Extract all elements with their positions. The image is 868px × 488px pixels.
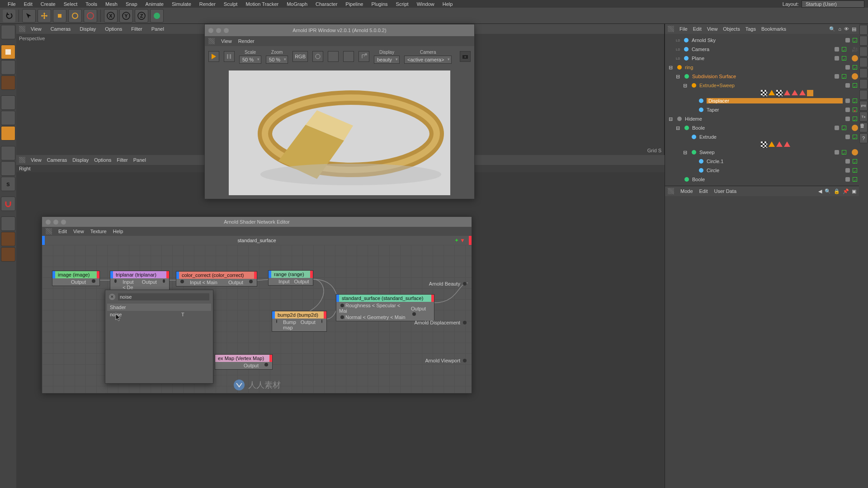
menu-mograph[interactable]: MoGraph <box>283 1 311 7</box>
ipr-render-area[interactable] <box>205 67 474 199</box>
tag-icon[interactable] <box>852 73 858 80</box>
om-menu-file[interactable]: File <box>679 26 688 32</box>
tag-tri-o-icon[interactable] <box>769 90 775 95</box>
tree-row[interactable]: L0Camera🎥 <box>666 45 858 54</box>
vp2-menu-cameras[interactable]: Cameras <box>47 157 67 163</box>
tree-row[interactable]: ⊟Subdivision Surface <box>666 72 858 81</box>
search-close-button[interactable]: ✕ <box>109 294 115 300</box>
rs-btn-2[interactable] <box>859 36 868 46</box>
axis-x-button[interactable]: X <box>104 9 118 23</box>
tag-tri-r-icon[interactable] <box>799 90 806 95</box>
attr-max-icon[interactable]: ▣ <box>852 188 856 194</box>
layout-dropdown[interactable]: Startup (User) <box>802 0 864 8</box>
tree-row[interactable]: ⊟Hideme <box>666 114 858 123</box>
tab-nav-icons[interactable]: ✦▼ <box>454 237 465 244</box>
object-tree[interactable]: L0Arnold Sky L0Camera🎥 L0Plane⊟ring⊟Subd… <box>665 34 859 186</box>
tag-tri-r-icon[interactable] <box>784 90 790 95</box>
menu-pipeline[interactable]: Pipeline <box>341 1 367 7</box>
rs-btn-7[interactable] <box>859 90 868 100</box>
search-result-noise[interactable]: noise T <box>107 311 211 318</box>
ipr-zoom-dropdown[interactable]: 50 % <box>266 56 288 64</box>
ipr-crop-button[interactable] <box>328 51 339 62</box>
vp1-menu-display[interactable]: Display <box>76 26 99 32</box>
grip-icon[interactable] <box>19 157 25 163</box>
expand-icon[interactable]: ⊟ <box>683 150 689 155</box>
tag-checker-icon[interactable] <box>761 141 767 148</box>
tag-icon[interactable] <box>852 55 858 61</box>
shader-tab-bar[interactable]: standard_surface ✦▼ <box>42 236 472 245</box>
ipr-open-button[interactable] <box>359 51 369 62</box>
menu-edit[interactable]: Edit <box>20 1 37 7</box>
visibility-dots[interactable] <box>844 82 858 89</box>
tree-row[interactable]: Boole <box>666 175 858 184</box>
tag-tri-r-icon[interactable] <box>776 141 783 147</box>
rotate-tool[interactable] <box>68 9 82 23</box>
vp1-menu-options[interactable]: Options <box>101 26 126 32</box>
om-search-icon[interactable]: 🔍 <box>829 26 835 32</box>
point-mode-button[interactable] <box>1 95 15 110</box>
visibility-dots[interactable] <box>834 125 847 131</box>
visibility-dots[interactable] <box>844 167 858 174</box>
node-triplanar[interactable]: triplanar (triplanar) Input < DeOutput <box>110 271 170 291</box>
axis-z-button[interactable]: Z <box>135 9 148 23</box>
visibility-dots[interactable] <box>834 73 847 80</box>
rs-btn-ipr[interactable]: IPR <box>859 101 868 111</box>
menu-motion-tracker[interactable]: Motion Tracker <box>241 1 283 7</box>
vp1-menu-cameras[interactable]: Cameras <box>47 26 75 32</box>
attr-pin-icon[interactable]: 📌 <box>843 188 849 194</box>
node-range[interactable]: range (range) InputOutput <box>268 270 313 286</box>
om-menu-view[interactable]: View <box>707 26 718 32</box>
vp1-menu-filter[interactable]: Filter <box>127 26 146 32</box>
menu-script[interactable]: Script <box>392 1 413 7</box>
om-eye-icon[interactable]: 👁 <box>844 26 849 32</box>
visibility-dots[interactable] <box>844 98 858 104</box>
expand-icon[interactable]: ⊟ <box>676 74 681 80</box>
she-menu-view[interactable]: View <box>73 229 84 234</box>
shader-editor-titlebar[interactable]: Arnold Shader Network Editor <box>42 217 472 227</box>
vp1-menu-panel[interactable]: Panel <box>148 26 168 32</box>
attr-menu-edit[interactable]: Edit <box>699 188 708 194</box>
attr-lock-icon[interactable]: 🔒 <box>834 188 840 194</box>
vp2-menu-display[interactable]: Display <box>72 157 89 163</box>
tag-tri-o-icon[interactable] <box>769 141 775 147</box>
tree-row[interactable]: ⊟Boole <box>666 123 858 132</box>
node-search-input[interactable] <box>118 293 209 300</box>
move-tool[interactable] <box>38 9 51 23</box>
output-displacement-label[interactable]: Arnold Displacement <box>414 320 468 325</box>
menu-help[interactable]: Help <box>439 1 457 7</box>
tag-icon[interactable] <box>852 149 858 155</box>
snap-button[interactable]: S <box>1 177 15 191</box>
grip-icon[interactable] <box>668 188 674 194</box>
tree-row[interactable]: ⊟Sweep <box>666 148 858 157</box>
edge-mode-button[interactable] <box>1 111 15 125</box>
rs-btn-1[interactable] <box>859 25 868 35</box>
tree-row[interactable]: ⊟Extrude+Sweep <box>666 81 858 90</box>
visibility-dots[interactable] <box>844 176 858 183</box>
tag-checker-icon[interactable] <box>776 90 783 96</box>
rs-btn-5[interactable] <box>859 68 868 78</box>
workplane-axis-button[interactable] <box>1 247 15 262</box>
visibility-dots[interactable] <box>834 46 847 52</box>
visibility-dots[interactable] <box>834 55 847 61</box>
node-bump2d[interactable]: bump2d (bump2d) Bump mapOutput <box>272 311 327 332</box>
visibility-dots[interactable] <box>844 116 858 122</box>
om-menu-bookmarks[interactable]: Bookmarks <box>761 26 786 32</box>
camera-tag-icon[interactable]: 🎥 <box>852 47 858 52</box>
tree-row[interactable]: ⊟ring <box>666 63 858 72</box>
ipr-display-dropdown[interactable]: beauty <box>374 56 400 64</box>
model-mode-button[interactable] <box>1 45 15 59</box>
attr-menu-mode[interactable]: Mode <box>680 188 693 194</box>
grip-icon[interactable] <box>19 26 25 32</box>
tree-row[interactable]: Circle.1 <box>666 157 858 166</box>
tag-icon[interactable] <box>852 125 858 131</box>
node-vertex-map[interactable]: ex Map (Vertex Map) Output <box>215 354 273 370</box>
tag-checker-icon[interactable] <box>761 90 767 96</box>
attr-search-icon[interactable]: 🔍 <box>825 188 831 194</box>
rs-btn-6[interactable] <box>859 79 868 89</box>
menu-sculpt[interactable]: Sculpt <box>220 1 242 7</box>
menu-animate[interactable]: Animate <box>142 1 168 7</box>
ipr-play-button[interactable] <box>208 51 219 62</box>
tag-tri-r-icon[interactable] <box>792 90 798 95</box>
axis-mode-button[interactable] <box>1 146 15 160</box>
workplane-snap-button[interactable] <box>1 232 15 246</box>
